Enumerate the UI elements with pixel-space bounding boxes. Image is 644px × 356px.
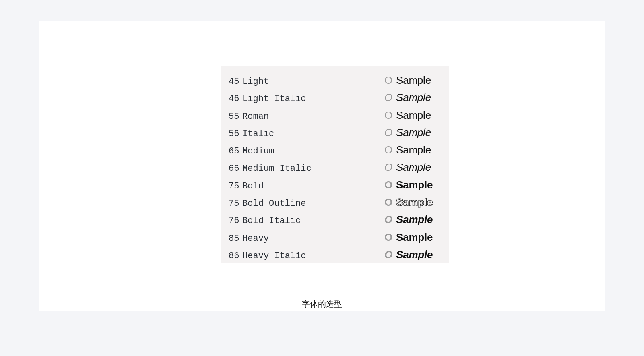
weight-label: 65Medium (229, 143, 382, 160)
o-glyph: O (382, 194, 395, 211)
sample-text: Sample (396, 107, 431, 124)
o-glyph: O (382, 124, 395, 141)
weight-label: 55Roman (229, 108, 382, 125)
weight-label: 56Italic (229, 125, 382, 143)
font-weight-row: 45LightOSample (229, 72, 440, 89)
font-weight-row: 75BoldOSample (229, 176, 440, 194)
weight-number: 85 (229, 234, 239, 244)
weight-number: 75 (229, 199, 239, 209)
o-glyph: O (382, 176, 395, 194)
weight-number: 56 (229, 129, 239, 139)
weight-label: 76Bold Italic (229, 212, 382, 230)
o-glyph: O (382, 211, 395, 228)
o-glyph: O (382, 246, 395, 263)
font-weight-row: 56ItalicOSample (229, 124, 440, 141)
font-weight-row: 86Heavy ItalicOSample (229, 246, 440, 263)
weight-name: Bold Outline (242, 199, 306, 209)
weight-number: 76 (229, 216, 239, 226)
weight-label: 86Heavy Italic (229, 247, 382, 265)
weight-label: 46Light Italic (229, 90, 382, 108)
font-weight-row: 85HeavyOSample (229, 229, 440, 246)
weight-number: 86 (229, 251, 239, 261)
font-weight-row: 55RomanOSample (229, 107, 440, 124)
sample-text: Sample (396, 211, 433, 228)
weight-label: 75Bold (229, 178, 382, 195)
weight-number: 55 (229, 112, 239, 122)
sample-text: Sample (396, 124, 431, 141)
weight-number: 66 (229, 164, 239, 174)
weight-name: Medium Italic (242, 164, 312, 174)
o-glyph: O (382, 141, 395, 159)
sample-text: Sample (396, 89, 431, 106)
o-glyph: O (382, 107, 395, 124)
weight-number: 65 (229, 146, 239, 156)
o-glyph: O (382, 72, 395, 89)
weight-name: Light (242, 77, 269, 87)
weight-name: Bold Italic (242, 216, 301, 226)
weight-number: 46 (229, 94, 239, 104)
weight-name: Heavy (242, 234, 269, 244)
weight-label: 75Bold Outline (229, 195, 382, 212)
sample-text: Sample (396, 229, 433, 246)
font-specimen-table: 45LightOSample46Light ItalicOSample55Rom… (221, 66, 449, 263)
font-weight-row: 46Light ItalicOSample (229, 89, 440, 106)
sample-text: Sample (396, 176, 433, 194)
o-glyph: O (382, 229, 395, 246)
weight-number: 75 (229, 181, 239, 191)
sample-text: Sample (396, 159, 431, 176)
weight-name: Heavy Italic (242, 251, 306, 261)
sample-text: Sample (396, 72, 431, 89)
weight-name: Italic (242, 129, 274, 139)
weight-name: Light Italic (242, 94, 306, 104)
weight-label: 45Light (229, 73, 382, 90)
weight-label: 85Heavy (229, 230, 382, 247)
sample-text: Sample (396, 194, 433, 211)
weight-name: Bold (242, 181, 264, 191)
weight-number: 45 (229, 77, 239, 87)
sample-text: Sample (396, 141, 431, 159)
figure-caption: 字体的造型 (39, 299, 605, 310)
weight-name: Roman (242, 112, 269, 122)
font-weight-row: 76Bold ItalicOSample (229, 211, 440, 228)
o-glyph: O (382, 89, 395, 106)
o-glyph: O (382, 159, 395, 176)
font-weight-row: 65MediumOSample (229, 141, 440, 159)
content-card: 45LightOSample46Light ItalicOSample55Rom… (39, 21, 605, 311)
sample-text: Sample (396, 246, 433, 263)
weight-label: 66Medium Italic (229, 160, 382, 177)
weight-name: Medium (242, 146, 274, 156)
font-weight-row: 66Medium ItalicOSample (229, 159, 440, 176)
font-weight-row: 75Bold OutlineOSample (229, 194, 440, 211)
